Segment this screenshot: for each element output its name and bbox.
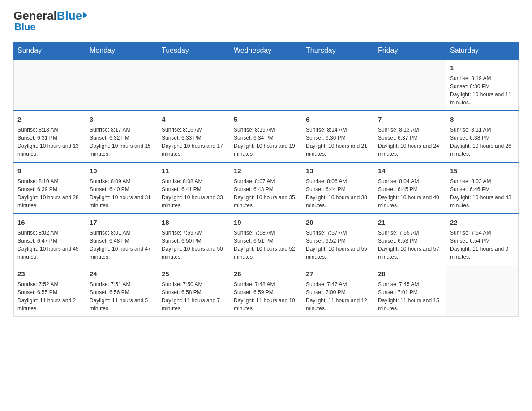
day-number: 17 <box>90 218 154 227</box>
day-info: Sunrise: 8:06 AMSunset: 6:44 PMDaylight:… <box>306 177 370 210</box>
calendar-week-row: 1Sunrise: 8:19 AMSunset: 6:30 PMDaylight… <box>14 60 519 111</box>
weekday-header-monday: Monday <box>86 42 158 60</box>
day-info: Sunrise: 8:09 AMSunset: 6:40 PMDaylight:… <box>90 177 154 210</box>
calendar-cell: 17Sunrise: 8:01 AMSunset: 6:48 PMDayligh… <box>86 214 158 265</box>
calendar-cell <box>374 60 446 111</box>
calendar-cell: 4Sunrise: 8:16 AMSunset: 6:33 PMDaylight… <box>158 111 230 162</box>
calendar-cell: 13Sunrise: 8:06 AMSunset: 6:44 PMDayligh… <box>302 162 374 214</box>
logo-blue: Blue <box>57 9 82 23</box>
logo: General Blue Blue <box>13 9 87 33</box>
calendar-cell: 18Sunrise: 7:59 AMSunset: 6:50 PMDayligh… <box>158 214 230 265</box>
calendar-cell <box>302 60 374 111</box>
day-number: 3 <box>90 115 154 124</box>
calendar-cell: 2Sunrise: 8:18 AMSunset: 6:31 PMDaylight… <box>14 111 86 162</box>
calendar-cell: 26Sunrise: 7:48 AMSunset: 6:59 PMDayligh… <box>230 265 302 317</box>
day-info: Sunrise: 7:50 AMSunset: 6:58 PMDaylight:… <box>162 280 226 313</box>
day-number: 22 <box>450 218 515 227</box>
calendar-table: SundayMondayTuesdayWednesdayThursdayFrid… <box>13 42 519 317</box>
calendar-cell <box>158 60 230 111</box>
day-info: Sunrise: 8:19 AMSunset: 6:30 PMDaylight:… <box>450 74 515 107</box>
calendar-cell <box>446 265 519 317</box>
calendar-cell: 27Sunrise: 7:47 AMSunset: 7:00 PMDayligh… <box>302 265 374 317</box>
calendar-cell: 19Sunrise: 7:58 AMSunset: 6:51 PMDayligh… <box>230 214 302 265</box>
day-info: Sunrise: 8:18 AMSunset: 6:31 PMDaylight:… <box>17 126 82 158</box>
day-number: 21 <box>378 218 442 227</box>
calendar-cell: 14Sunrise: 8:04 AMSunset: 6:45 PMDayligh… <box>374 162 446 214</box>
weekday-header-saturday: Saturday <box>446 42 519 60</box>
calendar-cell: 11Sunrise: 8:08 AMSunset: 6:41 PMDayligh… <box>158 162 230 214</box>
calendar-cell <box>230 60 302 111</box>
calendar-cell: 12Sunrise: 8:07 AMSunset: 6:43 PMDayligh… <box>230 162 302 214</box>
day-info: Sunrise: 8:01 AMSunset: 6:48 PMDaylight:… <box>90 229 154 261</box>
calendar-cell: 25Sunrise: 7:50 AMSunset: 6:58 PMDayligh… <box>158 265 230 317</box>
day-info: Sunrise: 8:10 AMSunset: 6:39 PMDaylight:… <box>17 177 82 210</box>
day-info: Sunrise: 7:51 AMSunset: 6:56 PMDaylight:… <box>90 280 154 313</box>
calendar-cell: 20Sunrise: 7:57 AMSunset: 6:52 PMDayligh… <box>302 214 374 265</box>
calendar-cell: 28Sunrise: 7:45 AMSunset: 7:01 PMDayligh… <box>374 265 446 317</box>
day-info: Sunrise: 8:15 AMSunset: 6:34 PMDaylight:… <box>234 126 298 158</box>
day-info: Sunrise: 7:57 AMSunset: 6:52 PMDaylight:… <box>306 229 370 261</box>
calendar-cell: 8Sunrise: 8:11 AMSunset: 6:38 PMDaylight… <box>446 111 519 162</box>
calendar-cell: 22Sunrise: 7:54 AMSunset: 6:54 PMDayligh… <box>446 214 519 265</box>
weekday-header-friday: Friday <box>374 42 446 60</box>
day-number: 26 <box>234 269 298 278</box>
calendar-body: 1Sunrise: 8:19 AMSunset: 6:30 PMDaylight… <box>14 60 519 317</box>
day-info: Sunrise: 7:47 AMSunset: 7:00 PMDaylight:… <box>306 280 370 313</box>
day-info: Sunrise: 8:16 AMSunset: 6:33 PMDaylight:… <box>162 126 226 158</box>
calendar-cell: 15Sunrise: 8:03 AMSunset: 6:46 PMDayligh… <box>446 162 519 214</box>
calendar-cell: 16Sunrise: 8:02 AMSunset: 6:47 PMDayligh… <box>14 214 86 265</box>
calendar-cell <box>14 60 86 111</box>
day-number: 5 <box>234 115 298 124</box>
day-number: 27 <box>306 269 370 278</box>
day-info: Sunrise: 7:52 AMSunset: 6:55 PMDaylight:… <box>17 280 82 313</box>
calendar-week-row: 2Sunrise: 8:18 AMSunset: 6:31 PMDaylight… <box>14 111 519 162</box>
day-number: 10 <box>90 166 154 176</box>
day-number: 18 <box>162 218 226 227</box>
calendar-cell: 5Sunrise: 8:15 AMSunset: 6:34 PMDaylight… <box>230 111 302 162</box>
day-info: Sunrise: 8:08 AMSunset: 6:41 PMDaylight:… <box>162 177 226 210</box>
calendar-cell: 23Sunrise: 7:52 AMSunset: 6:55 PMDayligh… <box>14 265 86 317</box>
logo-arrow-icon <box>83 12 87 19</box>
day-number: 4 <box>162 115 226 124</box>
calendar-cell <box>86 60 158 111</box>
weekday-header-tuesday: Tuesday <box>158 42 230 60</box>
day-info: Sunrise: 8:11 AMSunset: 6:38 PMDaylight:… <box>450 126 515 158</box>
day-info: Sunrise: 8:17 AMSunset: 6:32 PMDaylight:… <box>90 126 154 158</box>
day-number: 25 <box>162 269 226 278</box>
calendar-cell: 10Sunrise: 8:09 AMSunset: 6:40 PMDayligh… <box>86 162 158 214</box>
day-info: Sunrise: 8:04 AMSunset: 6:45 PMDaylight:… <box>378 177 442 210</box>
calendar-header: SundayMondayTuesdayWednesdayThursdayFrid… <box>14 42 519 60</box>
calendar-week-row: 16Sunrise: 8:02 AMSunset: 6:47 PMDayligh… <box>14 214 519 265</box>
day-info: Sunrise: 8:03 AMSunset: 6:46 PMDaylight:… <box>450 177 515 210</box>
calendar-cell: 21Sunrise: 7:55 AMSunset: 6:53 PMDayligh… <box>374 214 446 265</box>
day-number: 20 <box>306 218 370 227</box>
day-number: 24 <box>90 269 154 278</box>
day-number: 13 <box>306 166 370 176</box>
day-number: 6 <box>306 115 370 124</box>
day-number: 11 <box>162 166 226 176</box>
day-info: Sunrise: 8:13 AMSunset: 6:37 PMDaylight:… <box>378 126 442 158</box>
day-number: 8 <box>450 115 515 124</box>
calendar-cell: 7Sunrise: 8:13 AMSunset: 6:37 PMDaylight… <box>374 111 446 162</box>
day-number: 2 <box>17 115 82 124</box>
day-info: Sunrise: 8:07 AMSunset: 6:43 PMDaylight:… <box>234 177 298 210</box>
calendar-cell: 1Sunrise: 8:19 AMSunset: 6:30 PMDaylight… <box>446 60 519 111</box>
day-info: Sunrise: 7:59 AMSunset: 6:50 PMDaylight:… <box>162 229 226 261</box>
day-number: 19 <box>234 218 298 227</box>
day-info: Sunrise: 7:45 AMSunset: 7:01 PMDaylight:… <box>378 280 442 313</box>
calendar-cell: 9Sunrise: 8:10 AMSunset: 6:39 PMDaylight… <box>14 162 86 214</box>
day-number: 28 <box>378 269 442 278</box>
weekday-header-sunday: Sunday <box>14 42 86 60</box>
day-number: 1 <box>450 63 515 73</box>
day-info: Sunrise: 8:02 AMSunset: 6:47 PMDaylight:… <box>17 229 82 261</box>
day-info: Sunrise: 7:55 AMSunset: 6:53 PMDaylight:… <box>378 229 442 261</box>
page-header: General Blue Blue <box>13 9 519 33</box>
logo-subtitle: Blue <box>14 21 36 33</box>
calendar-cell: 3Sunrise: 8:17 AMSunset: 6:32 PMDaylight… <box>86 111 158 162</box>
day-number: 9 <box>17 166 82 176</box>
day-number: 15 <box>450 166 515 176</box>
day-number: 7 <box>378 115 442 124</box>
weekday-header-wednesday: Wednesday <box>230 42 302 60</box>
calendar-week-row: 23Sunrise: 7:52 AMSunset: 6:55 PMDayligh… <box>14 265 519 317</box>
day-number: 16 <box>17 218 82 227</box>
